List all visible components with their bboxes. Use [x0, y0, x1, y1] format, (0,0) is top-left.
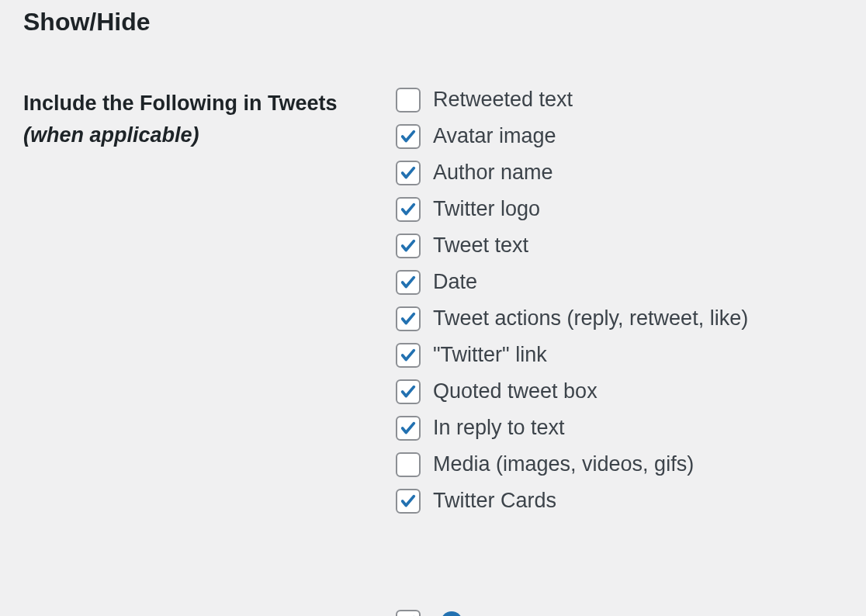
- checkbox-label: Twitter Cards: [433, 484, 556, 517]
- include-checkbox[interactable]: [396, 161, 421, 185]
- include-checkbox[interactable]: [396, 234, 421, 258]
- checkbox-row: Date: [396, 265, 843, 299]
- checkbox-label: Media (images, videos, gifs): [433, 448, 694, 481]
- checkbox-row: Author name: [396, 156, 843, 190]
- include-checkbox[interactable]: [396, 379, 421, 404]
- include-checkbox[interactable]: [396, 489, 421, 514]
- checkbox-row: Tweet actions (reply, retweet, like): [396, 302, 843, 336]
- include-checkbox[interactable]: [396, 416, 421, 441]
- checkbox-row: "Twitter" link: [396, 338, 843, 372]
- check-icon: [400, 420, 417, 437]
- checkbox-row: Retweeted text: [396, 83, 843, 117]
- checkbox-row: Twitter Cards: [396, 484, 843, 518]
- check-icon: [400, 237, 417, 254]
- include-checkbox[interactable]: [396, 88, 421, 112]
- settings-table: Include the Following in Tweets (when ap…: [23, 83, 843, 616]
- checkbox-label: Date: [433, 265, 477, 299]
- check-icon: [400, 347, 417, 364]
- include-options-cell: Retweeted textAvatar imageAuthor nameTwi…: [396, 83, 843, 567]
- checkbox-label: Author name: [433, 156, 553, 189]
- show-header-label-cell: Show Header: [23, 567, 396, 616]
- include-label-main: Include the Following in Tweets: [23, 92, 338, 115]
- checkbox-row: Avatar image: [396, 119, 843, 154]
- include-label-sub: (when applicable): [23, 123, 199, 147]
- include-checkbox[interactable]: [396, 343, 421, 368]
- help-icon[interactable]: ?: [441, 611, 462, 616]
- checkbox-label: Tweet actions (reply, retweet, like): [433, 302, 748, 335]
- check-icon: [400, 201, 417, 218]
- include-checkbox[interactable]: [396, 124, 421, 149]
- checkbox-label: "Twitter" link: [433, 338, 547, 372]
- check-icon: [400, 493, 417, 510]
- checkbox-row: Quoted tweet box: [396, 375, 843, 409]
- checkbox-row: Twitter logo: [396, 192, 843, 227]
- section-title: Show/Hide: [23, 8, 843, 36]
- show-header-checkbox[interactable]: [396, 610, 421, 616]
- checkbox-label: In reply to text: [433, 411, 565, 445]
- include-checkbox[interactable]: [396, 197, 421, 222]
- checkbox-label: Retweeted text: [433, 83, 573, 116]
- checkbox-label: Tweet text: [433, 229, 528, 262]
- row-include-options: Include the Following in Tweets (when ap…: [23, 83, 843, 567]
- check-icon: [400, 383, 417, 400]
- checkbox-row: Tweet text: [396, 229, 843, 263]
- check-icon: [400, 274, 417, 291]
- check-icon: [400, 310, 417, 327]
- checkbox-label: Quoted tweet box: [433, 375, 598, 408]
- checkbox-row: Media (images, videos, gifs): [396, 448, 843, 482]
- checkbox-label: Twitter logo: [433, 192, 540, 226]
- include-checkbox[interactable]: [396, 452, 421, 477]
- row-show-header: Show Header ?: [23, 567, 843, 616]
- check-icon: [400, 128, 417, 145]
- check-icon: [400, 164, 417, 182]
- checkbox-label: Avatar image: [433, 119, 556, 153]
- include-checkbox[interactable]: [396, 306, 421, 331]
- include-checkbox[interactable]: [396, 270, 421, 295]
- show-header-cell: ?: [396, 567, 843, 616]
- checkbox-row: In reply to text: [396, 411, 843, 445]
- include-options-label: Include the Following in Tweets (when ap…: [23, 83, 396, 567]
